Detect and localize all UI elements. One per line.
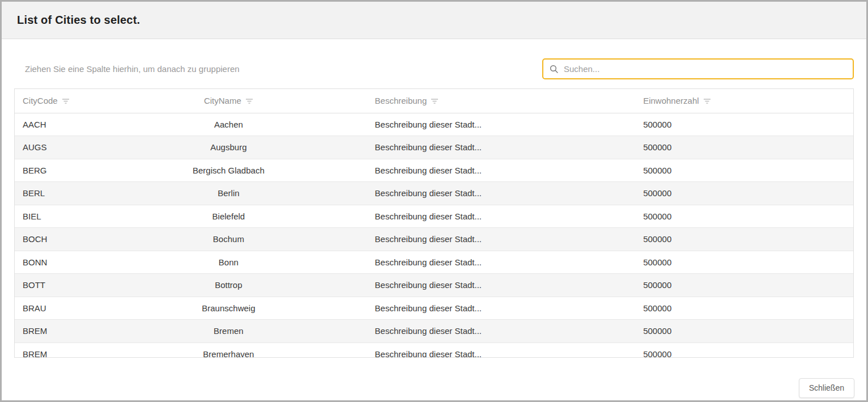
grid-toolbar: Ziehen Sie eine Spalte hierhin, um danac… — [14, 58, 854, 79]
cell-cityname[interactable]: Bremen — [90, 320, 367, 343]
cell-einwohnerzahl[interactable]: 500000 — [635, 159, 853, 182]
cities-data-grid: CityCode CityName — [14, 88, 854, 358]
cell-beschreibung[interactable]: Beschreibung dieser Stadt... — [367, 228, 636, 251]
cell-einwohnerzahl[interactable]: 500000 — [635, 251, 853, 274]
table-row[interactable]: BERGBergisch GladbachBeschreibung dieser… — [15, 159, 853, 182]
cell-einwohnerzahl[interactable]: 500000 — [635, 274, 853, 297]
cell-beschreibung[interactable]: Beschreibung dieser Stadt... — [367, 113, 636, 136]
column-header-label: CityName — [204, 96, 241, 105]
cell-beschreibung[interactable]: Beschreibung dieser Stadt... — [367, 320, 636, 343]
cell-beschreibung[interactable]: Beschreibung dieser Stadt... — [367, 297, 636, 320]
search-input[interactable] — [564, 64, 846, 74]
column-header-beschreibung[interactable]: Beschreibung — [367, 89, 636, 113]
cell-einwohnerzahl[interactable]: 500000 — [635, 136, 853, 159]
magnifier-icon — [550, 65, 559, 74]
cell-citycode[interactable]: BOTT — [15, 274, 90, 297]
cell-einwohnerzahl[interactable]: 500000 — [635, 113, 853, 136]
column-header-label: CityCode — [23, 96, 58, 105]
cell-citycode[interactable]: BRAU — [15, 297, 90, 320]
cell-citycode[interactable]: AUGS — [15, 136, 90, 159]
column-header-cityname[interactable]: CityName — [90, 89, 367, 113]
cell-cityname[interactable]: Bremerhaven — [90, 342, 367, 358]
table-row[interactable]: BIELBielefeldBeschreibung dieser Stadt..… — [15, 205, 853, 228]
filter-icon[interactable] — [703, 98, 711, 104]
cell-einwohnerzahl[interactable]: 500000 — [635, 342, 853, 358]
cell-einwohnerzahl[interactable]: 500000 — [635, 297, 853, 320]
cell-citycode[interactable]: BONN — [15, 251, 90, 274]
cell-cityname[interactable]: Bergisch Gladbach — [90, 159, 367, 182]
search-box — [542, 58, 854, 79]
table-row[interactable]: AACHAachenBeschreibung dieser Stadt...50… — [15, 113, 853, 136]
cell-citycode[interactable]: AACH — [15, 113, 90, 136]
cell-citycode[interactable]: BOCH — [15, 228, 90, 251]
cell-beschreibung[interactable]: Beschreibung dieser Stadt... — [367, 159, 636, 182]
close-button[interactable]: Schließen — [799, 378, 854, 398]
table-row[interactable]: BREMBremerhavenBeschreibung dieser Stadt… — [15, 342, 853, 358]
cell-citycode[interactable]: BERG — [15, 159, 90, 182]
cell-cityname[interactable]: Berlin — [90, 182, 367, 205]
table-row[interactable]: BERLBerlinBeschreibung dieser Stadt...50… — [15, 182, 853, 205]
table-row[interactable]: BREMBremenBeschreibung dieser Stadt...50… — [15, 320, 853, 343]
cell-cityname[interactable]: Aachen — [90, 113, 367, 136]
cell-citycode[interactable]: BREM — [15, 320, 90, 343]
cell-cityname[interactable]: Bochum — [90, 228, 367, 251]
cell-cityname[interactable]: Augsburg — [90, 136, 367, 159]
table-row[interactable]: BOTTBottropBeschreibung dieser Stadt...5… — [15, 274, 853, 297]
filter-icon[interactable] — [245, 98, 253, 104]
column-header-label: Einwohnerzahl — [643, 96, 699, 105]
filter-icon[interactable] — [431, 98, 439, 104]
cell-einwohnerzahl[interactable]: 500000 — [635, 320, 853, 343]
column-header-citycode[interactable]: CityCode — [15, 89, 90, 113]
column-header-label: Beschreibung — [375, 96, 427, 105]
cell-beschreibung[interactable]: Beschreibung dieser Stadt... — [367, 251, 636, 274]
column-header-einwohnerzahl[interactable]: Einwohnerzahl — [635, 89, 853, 113]
cell-cityname[interactable]: Bielefeld — [90, 205, 367, 228]
cell-cityname[interactable]: Bonn — [90, 251, 367, 274]
dialog-footer: Schließen — [2, 361, 866, 401]
cell-citycode[interactable]: BERL — [15, 182, 90, 205]
cell-einwohnerzahl[interactable]: 500000 — [635, 228, 853, 251]
table-row[interactable]: BOCHBochumBeschreibung dieser Stadt...50… — [15, 228, 853, 251]
dialog-title: List of Cities to select. — [17, 14, 140, 27]
dialog-titlebar: List of Cities to select. — [2, 2, 866, 39]
cities-select-dialog: List of Cities to select. Ziehen Sie ein… — [0, 0, 868, 402]
cell-citycode[interactable]: BIEL — [15, 205, 90, 228]
cell-beschreibung[interactable]: Beschreibung dieser Stadt... — [367, 342, 636, 358]
filter-icon[interactable] — [62, 98, 70, 104]
cell-citycode[interactable]: BREM — [15, 342, 90, 358]
cell-cityname[interactable]: Bottrop — [90, 274, 367, 297]
cell-beschreibung[interactable]: Beschreibung dieser Stadt... — [367, 136, 636, 159]
cell-beschreibung[interactable]: Beschreibung dieser Stadt... — [367, 205, 636, 228]
table-row[interactable]: BONNBonnBeschreibung dieser Stadt...5000… — [15, 251, 853, 274]
grid-header-row: CityCode CityName — [15, 89, 853, 113]
table-row[interactable]: BRAUBraunschweigBeschreibung dieser Stad… — [15, 297, 853, 320]
table-row[interactable]: AUGSAugsburgBeschreibung dieser Stadt...… — [15, 136, 853, 159]
cell-cityname[interactable]: Braunschweig — [90, 297, 367, 320]
cell-beschreibung[interactable]: Beschreibung dieser Stadt... — [367, 274, 636, 297]
cell-einwohnerzahl[interactable]: 500000 — [635, 205, 853, 228]
cell-einwohnerzahl[interactable]: 500000 — [635, 182, 853, 205]
cell-beschreibung[interactable]: Beschreibung dieser Stadt... — [367, 182, 636, 205]
group-panel-drop-zone[interactable]: Ziehen Sie eine Spalte hierhin, um danac… — [14, 64, 240, 74]
dialog-body: Ziehen Sie eine Spalte hierhin, um danac… — [2, 39, 866, 361]
